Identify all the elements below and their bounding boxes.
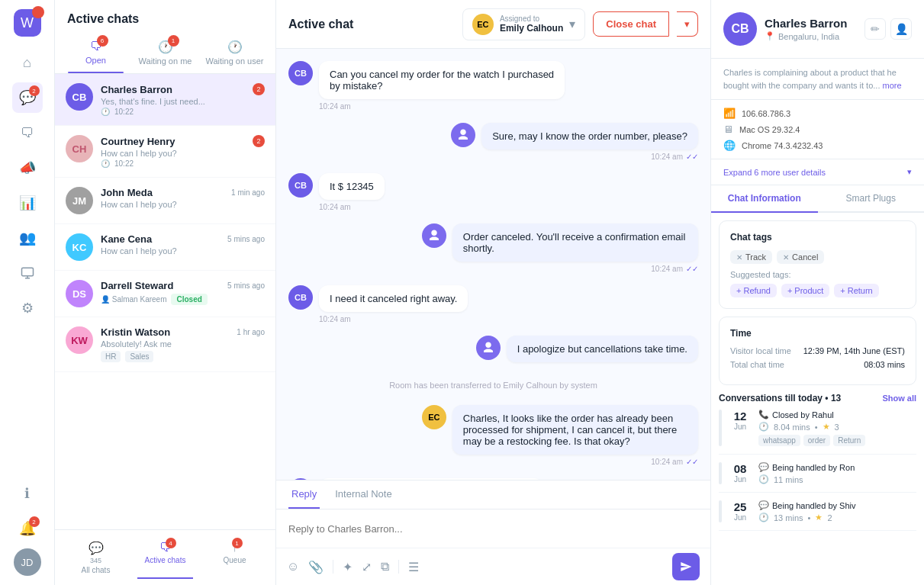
customer-avatar: CB (288, 173, 313, 198)
ai-icon[interactable]: ✦ (343, 560, 353, 574)
footer-tab-active[interactable]: 🗨 4 Active chats (130, 538, 200, 577)
nav-campaigns[interactable]: 📣 (12, 153, 43, 183)
nav-info[interactable]: ℹ (12, 478, 43, 509)
wifi-icon: 📶 (723, 108, 736, 119)
edit-button[interactable]: ✏ (864, 18, 886, 40)
note-icon[interactable]: ☰ (408, 560, 419, 574)
nav-team[interactable] (12, 258, 43, 288)
chat-item-preview: Yes, that's fine. I just need... (101, 97, 265, 106)
assigned-info: Assigned to Emily Calhoun (500, 14, 563, 34)
assigned-button[interactable]: EC Assigned to Emily Calhoun ▾ (462, 8, 585, 40)
active-chats-icon: 🗨 4 (159, 541, 172, 554)
active-chats-label: Active chats (145, 556, 186, 564)
tag-x-icon[interactable]: ✕ (736, 253, 742, 262)
contact-location: 📍 Bengaluru, India (765, 31, 847, 41)
message-time: 10:24 am (319, 102, 565, 111)
nav-contacts[interactable]: 👥 (12, 223, 43, 253)
footer-tab-queue[interactable]: ↑ 1 Queue (200, 538, 269, 577)
message-row: Sure, may I know the order number, pleas… (288, 123, 698, 161)
message-row: I apologize but cancellations take time. (288, 336, 698, 365)
conv-date: 08 Jun (729, 462, 751, 484)
suggested-product[interactable]: + Product (781, 284, 829, 297)
suggested-return[interactable]: + Return (834, 284, 878, 297)
reply-input[interactable] (288, 523, 698, 535)
tab-reply[interactable]: Reply (288, 481, 320, 509)
tab-waiting-user[interactable]: 🕐 Waiting on user (200, 35, 269, 73)
nav-settings[interactable]: ⚙ (12, 293, 43, 323)
tab-waiting-me[interactable]: 🕐 1 Waiting on me (130, 35, 200, 73)
time-section: Time Visitor local time 12:39 PM, 14th J… (719, 317, 916, 385)
customer-avatar: CB (288, 285, 313, 310)
attachment-icon[interactable]: 📎 (308, 560, 324, 574)
more-link[interactable]: more (883, 81, 902, 90)
chat-item[interactable]: JM John Meda 1 min ago How can I help yo… (55, 178, 275, 224)
star-icon: ★ (823, 422, 830, 432)
copy-icon[interactable]: ⧉ (381, 560, 389, 574)
chevron-down-icon: ▾ (907, 167, 912, 177)
conv-status: 📞 Closed by Rahul (758, 410, 916, 419)
active-chats-badge: 4 (166, 538, 176, 548)
contact-description: Charles is complaining about a product t… (711, 59, 924, 100)
chat-item-body: John Meda 1 min ago How can I help you? (101, 187, 265, 209)
chat-item[interactable]: DS Darrell Steward 5 mins ago 👤 Salman K… (55, 271, 275, 317)
queue-badge: 1 (232, 538, 243, 548)
open-tab-icon: 🗨 6 (90, 40, 102, 53)
chat-item[interactable]: CB Charles Barron 2 Yes, that's fine. I … (55, 74, 275, 126)
message-time: 10:24 am ✓✓ (452, 458, 698, 466)
nav-home[interactable]: ⌂ (12, 47, 43, 78)
emoji-icon[interactable]: ☺ (287, 560, 299, 574)
agent-avatar (451, 123, 475, 147)
close-chat-button[interactable]: Close chat (593, 11, 669, 37)
tab-chat-info[interactable]: Chat Information (711, 185, 818, 213)
chat-tags-title: Chat tags (730, 232, 905, 243)
waiting-me-badge: 1 (168, 35, 179, 47)
app-logo: W (14, 9, 41, 37)
nav-chat[interactable]: 💬 2 (12, 82, 43, 113)
chat-title: Active chat (288, 18, 353, 31)
chat-item-body: Kristin Watson 1 hr ago Absolutely! Ask … (101, 326, 265, 362)
chat-item[interactable]: CH Courtney Henry 2 How can I help you? … (55, 126, 275, 178)
info-actions: ✏ 👤 (864, 18, 912, 40)
conv-date: 12 Jun (729, 410, 751, 446)
desktop-icon: 🖥 (723, 124, 733, 135)
person-icon[interactable]: 👤 (890, 18, 912, 40)
show-all-button[interactable]: Show all (882, 394, 916, 403)
tag-sales: Sales (125, 351, 153, 362)
suggested-label: Suggested tags: (730, 270, 905, 279)
queue-label: Queue (223, 556, 246, 564)
dot-sep: • (815, 423, 818, 432)
tab-internal-note[interactable]: Internal Note (332, 481, 394, 509)
chat-item-body: Kane Cena 5 mins ago How can I help you? (101, 233, 265, 256)
ip-row: 📶 106.68.786.3 (723, 108, 912, 119)
reply-input-area (276, 509, 710, 548)
tab-open[interactable]: 🗨 6 Open (61, 35, 130, 73)
nav-reports[interactable]: 📊 (12, 188, 43, 218)
message-row: CB Can you cancel my order for the watch… (288, 61, 698, 111)
suggested-refund[interactable]: + Refund (730, 284, 777, 297)
close-chat-dropdown-button[interactable]: ▾ (677, 11, 698, 37)
conv-item: 25 Jun 💬 Being handled by Shiv 🕐 13 mins… (719, 500, 916, 531)
clock-icon: 🕐 (758, 513, 769, 522)
conv-tags: whatsapp order Return (758, 435, 916, 446)
expand-user-details[interactable]: Expand 6 more user details ▾ (711, 159, 924, 185)
message-bubble: Order canceled. You'll receive a confirm… (452, 223, 698, 273)
message-bubble: Can you cancel my order for the watch I … (319, 61, 565, 111)
tab-smart-plugs[interactable]: Smart Plugs (818, 185, 925, 213)
globe-icon: 🌐 (723, 140, 736, 151)
tag-x-icon[interactable]: ✕ (783, 253, 789, 262)
footer-tab-all[interactable]: 💬 345 All chats (61, 538, 130, 577)
expand-icon[interactable]: ⤢ (362, 560, 372, 574)
conv-item: 12 Jun 📞 Closed by Rahul 🕐 8.04 mins • ★… (719, 410, 916, 455)
nav-comments[interactable]: 🗨 (12, 117, 43, 148)
nav-notifications[interactable]: 🔔 2 (12, 513, 43, 544)
conv-status: 💬 Being handled by Shiv (758, 500, 916, 510)
send-button[interactable] (672, 553, 700, 580)
user-avatar[interactable]: JD (14, 548, 41, 576)
message-time: 10:24 am ✓✓ (452, 265, 698, 273)
chat-item[interactable]: KC Kane Cena 5 mins ago How can I help y… (55, 224, 275, 271)
conv-tag: order (803, 435, 830, 446)
contact-avatar: CB (723, 12, 757, 46)
chat-item-badge: 2 (253, 135, 265, 147)
chat-item[interactable]: KW Kristin Watson 1 hr ago Absolutely! A… (55, 317, 275, 372)
waiting-me-icon: 🕐 1 (158, 40, 173, 54)
